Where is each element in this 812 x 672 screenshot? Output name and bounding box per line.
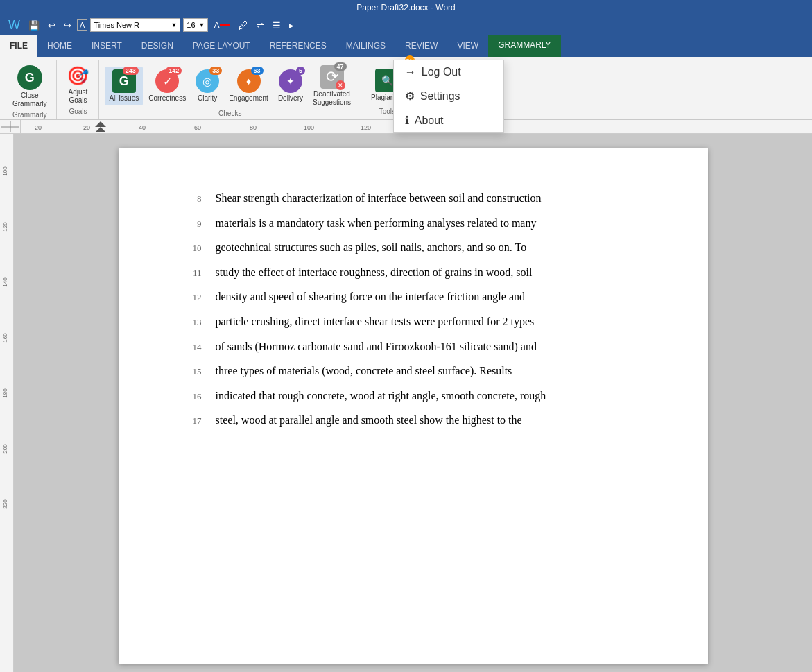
svg-text:200: 200: [2, 444, 8, 454]
line-text-8: Shear strength characterization of inter…: [216, 189, 639, 207]
save-button[interactable]: 💾: [26, 19, 42, 32]
line-number-16: 16: [174, 391, 202, 402]
deactivated-badge: 47: [334, 62, 347, 71]
font-icon[interactable]: A: [77, 19, 87, 31]
engagement-label: Engagement: [229, 94, 268, 103]
vertical-ruler-svg: 100 120 140 160 180 200 220: [0, 137, 14, 672]
log-out-icon: →: [405, 66, 416, 78]
correctness-label: Correctness: [148, 94, 186, 103]
delivery-label: Delivery: [278, 94, 303, 103]
svg-text:100: 100: [2, 166, 8, 176]
correctness-button[interactable]: ✓ 142 Correctness: [144, 67, 190, 105]
log-out-item[interactable]: → Log Out: [394, 60, 503, 84]
tab-design[interactable]: DESIGN: [132, 35, 183, 57]
svg-text:120: 120: [2, 222, 8, 232]
line-text-9: materials is a mandatory task when perfo…: [216, 214, 639, 232]
goals-group: 🎯 AdjustGoals Goals: [57, 60, 99, 119]
undo-button[interactable]: ↩: [45, 19, 58, 32]
tab-view[interactable]: VIEW: [447, 35, 488, 57]
settings-item[interactable]: ⚙ Settings: [394, 84, 503, 108]
engagement-icon-wrap: ♦ 63: [237, 69, 261, 93]
document-page: 8 Shear strength characterization of int…: [119, 148, 708, 664]
doc-line-13: 13 particle crushing, direct interface s…: [174, 313, 639, 331]
checks-buttons: G 243 All Issues ✓ 142 Correctness: [105, 62, 355, 110]
ribbon-content: G CloseGrammarly Grammarly 🎯 AdjustGoals…: [0, 57, 812, 119]
tab-insert[interactable]: INSERT: [82, 35, 132, 57]
line-text-15: three types of materials (wood, concrete…: [216, 362, 639, 380]
tab-file[interactable]: FILE: [0, 35, 37, 57]
size-dropdown-arrow[interactable]: ▼: [198, 21, 205, 28]
settings-group: → Log Out ⚙ Settings ℹ About Settings: [414, 60, 456, 119]
svg-text:40: 40: [139, 124, 146, 131]
svg-text:100: 100: [304, 124, 314, 131]
title-bar: Paper Draft32.docx - Word: [0, 0, 812, 15]
word-icon[interactable]: W: [6, 17, 23, 34]
svg-text:60: 60: [194, 124, 201, 131]
line-number-8: 8: [174, 193, 202, 205]
svg-text:20: 20: [35, 124, 42, 131]
clarity-button[interactable]: ◎ 33 Clarity: [191, 67, 223, 105]
close-grammarly-label: CloseGrammarly: [12, 92, 46, 108]
close-grammarly-button[interactable]: G CloseGrammarly: [8, 62, 51, 111]
vertical-ruler: 100 120 140 160 180 200 220: [0, 134, 14, 672]
tab-review[interactable]: REVIEW: [395, 35, 447, 57]
about-item[interactable]: ℹ About: [394, 108, 503, 132]
font-name-box[interactable]: Times New R ▼: [90, 18, 180, 32]
line-text-17: steel, wood at parallel angle and smooth…: [216, 411, 639, 429]
correctness-badge: 142: [166, 67, 182, 75]
tab-page-layout[interactable]: PAGE LAYOUT: [183, 35, 260, 57]
grammarly-group: G CloseGrammarly Grammarly: [3, 60, 57, 119]
numbering-button[interactable]: ☰: [270, 19, 284, 32]
doc-line-11: 11 study the effect of interface roughne…: [174, 264, 639, 282]
svg-text:80: 80: [250, 124, 257, 131]
grammarly-group-label: Grammarly: [12, 111, 46, 120]
grammarly-buttons: G CloseGrammarly: [8, 62, 51, 111]
doc-line-8: 8 Shear strength characterization of int…: [174, 189, 639, 207]
svg-text:220: 220: [2, 499, 8, 509]
clarity-label: Clarity: [198, 94, 217, 103]
adjust-goals-button[interactable]: 🎯 AdjustGoals: [62, 62, 93, 107]
goals-icon: 🎯: [67, 65, 89, 87]
all-issues-button[interactable]: G 243 All Issues: [105, 67, 143, 105]
doc-line-9: 9 materials is a mandatory task when per…: [174, 214, 639, 232]
ribbon: FILE HOME INSERT DESIGN PAGE LAYOUT REFE…: [0, 35, 812, 120]
title-text: Paper Draft32.docx - Word: [356, 3, 456, 12]
correctness-icon-wrap: ✓ 142: [155, 69, 179, 93]
about-label: About: [415, 114, 444, 127]
delivery-button[interactable]: ✦ 5 Delivery: [274, 67, 307, 105]
delivery-badge: 5: [296, 67, 305, 75]
document-scroll[interactable]: 8 Shear strength characterization of int…: [14, 134, 812, 672]
delivery-icon-wrap: ✦ 5: [279, 69, 302, 93]
line-number-15: 15: [174, 366, 202, 377]
all-issues-label: All Issues: [109, 94, 139, 103]
line-number-12: 12: [174, 292, 202, 303]
redo-button[interactable]: ↪: [61, 19, 74, 32]
svg-text:140: 140: [2, 277, 8, 287]
goals-buttons: 🎯 AdjustGoals: [62, 62, 93, 107]
font-color-button[interactable]: A: [211, 19, 232, 32]
clarity-icon-wrap: ◎ 33: [196, 69, 219, 93]
svg-text:160: 160: [2, 333, 8, 343]
track-changes-button[interactable]: ⇌: [254, 19, 267, 32]
deactivated-button[interactable]: ⟳ ✕ 47 DeactivatedSuggestions: [309, 62, 355, 110]
highlight-button[interactable]: 🖊: [235, 18, 251, 33]
tab-home[interactable]: HOME: [37, 35, 82, 57]
tab-mailings[interactable]: MAILINGS: [336, 35, 395, 57]
tab-grammarly[interactable]: GRAMMARLY: [488, 35, 560, 57]
quick-access-toolbar: W 💾 ↩ ↪ A Times New R ▼ 16 ▼ A 🖊 ⇌ ☰ ▸: [0, 15, 812, 35]
tab-references[interactable]: REFERENCES: [260, 35, 336, 57]
line-number-11: 11: [174, 268, 202, 279]
adjust-goals-label: AdjustGoals: [69, 88, 88, 105]
line-number-14: 14: [174, 342, 202, 353]
goals-group-label: Goals: [69, 107, 87, 117]
line-text-11: study the effect of interface roughness,…: [216, 264, 639, 282]
font-dropdown-arrow[interactable]: ▼: [171, 21, 177, 28]
line-text-14: of sands (Hormoz carbonate sand and Firo…: [216, 338, 639, 356]
doc-line-14: 14 of sands (Hormoz carbonate sand and F…: [174, 338, 639, 356]
settings-label: Settings: [420, 90, 460, 103]
more-button[interactable]: ▸: [286, 19, 297, 32]
doc-line-12: 12 density and speed of shearing force o…: [174, 288, 639, 306]
settings-icon: ⚙: [405, 89, 415, 103]
engagement-button[interactable]: ♦ 63 Engagement: [225, 67, 273, 105]
font-size-box[interactable]: 16 ▼: [183, 18, 208, 32]
